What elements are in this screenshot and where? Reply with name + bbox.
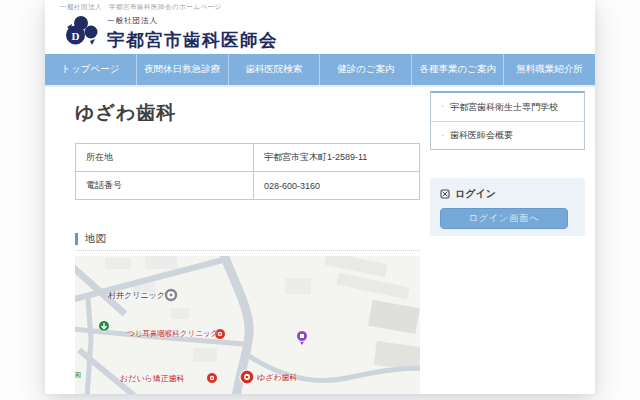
bullet-icon: ・ bbox=[439, 102, 446, 112]
login-title: ログイン bbox=[455, 187, 496, 201]
site-tagline: 一般社団法人 宇都宮市歯科医師会のホームページ bbox=[60, 3, 222, 12]
sidebar-item-association-overview[interactable]: ・ 歯科医師会概要 bbox=[431, 121, 584, 149]
login-title-row: ログイン bbox=[440, 187, 575, 201]
dental-association-logo-icon: D bbox=[64, 14, 100, 50]
phone-value: 028-600-3160 bbox=[254, 172, 420, 200]
org-type-label: 一般社団法人 bbox=[107, 16, 278, 26]
map-label-yuzawa-dental[interactable]: ゆざわ歯科 bbox=[257, 372, 298, 383]
sidebar-menu: ・ 宇都宮歯科衛生士専門学校 ・ 歯科医師会概要 bbox=[430, 91, 585, 150]
login-icon bbox=[440, 189, 450, 199]
clinic-details-table: 所在地 宇都宮市宝木町1-2589-11 電話番号 028-600-3160 bbox=[75, 143, 420, 200]
site-title: 宇都宮市歯科医師会 bbox=[107, 28, 278, 52]
map-section-title: 地図 bbox=[85, 232, 106, 246]
map-label-murai-clinic[interactable]: 村井クリニック bbox=[108, 290, 165, 301]
map-label-odaira-ortho[interactable]: おだいら矯正歯科 bbox=[120, 373, 185, 384]
nav-item-checkup-info[interactable]: 健診のご案内 bbox=[319, 54, 411, 85]
page-card: 一般社団法人 宇都宮市歯科医師会のホームページ D 一般社団法人 宇都宮市歯科医… bbox=[45, 0, 595, 394]
map-marker-green-park[interactable] bbox=[99, 321, 110, 332]
nav-item-emergency-care[interactable]: 夜間休日救急診療 bbox=[136, 54, 228, 85]
login-screen-button[interactable]: ログイン画面へ bbox=[440, 208, 568, 229]
main-nav: トップページ 夜間休日救急診療 歯科医院検索 健診のご案内 各種事業のご案内 無… bbox=[45, 54, 595, 87]
section-accent-bar bbox=[75, 233, 78, 245]
login-panel: ログイン ログイン画面へ bbox=[430, 178, 585, 236]
map-label-tsuji-ent-clinic[interactable]: つじ耳鼻咽喉科クリニック bbox=[127, 329, 218, 339]
brand-block[interactable]: 一般社団法人 宇都宮市歯科医師会 bbox=[107, 16, 278, 52]
map-label-park[interactable]: 公園 bbox=[75, 370, 81, 380]
sidebar-item-label: 歯科医師会概要 bbox=[450, 129, 513, 142]
sidebar-item-hygienist-school[interactable]: ・ 宇都宮歯科衛生士専門学校 bbox=[431, 93, 584, 121]
sidebar-item-label: 宇都宮歯科衛生士専門学校 bbox=[450, 101, 558, 114]
page-title-clinic-name: ゆざわ歯科 bbox=[75, 100, 176, 126]
address-label: 所在地 bbox=[76, 144, 254, 172]
map-marker-gray-clinic[interactable] bbox=[166, 290, 176, 300]
map-marker-red-odaira[interactable] bbox=[207, 373, 218, 384]
map-canvas[interactable]: 村井クリニック つじ耳鼻咽喉科クリニック おだいら矯正歯科 ゆざわ歯科 公園 bbox=[75, 256, 420, 394]
table-row-phone: 電話番号 028-600-3160 bbox=[76, 172, 420, 200]
phone-label: 電話番号 bbox=[76, 172, 254, 200]
nav-item-clinic-search[interactable]: 歯科医院検索 bbox=[228, 54, 320, 85]
map-section-header: 地図 bbox=[75, 232, 106, 246]
nav-item-services-info[interactable]: 各種事業のご案内 bbox=[411, 54, 503, 85]
table-row-address: 所在地 宇都宮市宝木町1-2589-11 bbox=[76, 144, 420, 172]
nav-item-job-agency[interactable]: 無料職業紹介所 bbox=[503, 54, 595, 85]
nav-item-top-page[interactable]: トップページ bbox=[45, 54, 136, 85]
address-value: 宇都宮市宝木町1-2589-11 bbox=[254, 144, 420, 172]
bullet-icon: ・ bbox=[439, 131, 446, 141]
map-marker-red-yuzawa-highlight[interactable] bbox=[240, 370, 254, 384]
svg-text:D: D bbox=[72, 30, 80, 42]
dotted-divider bbox=[75, 250, 420, 251]
